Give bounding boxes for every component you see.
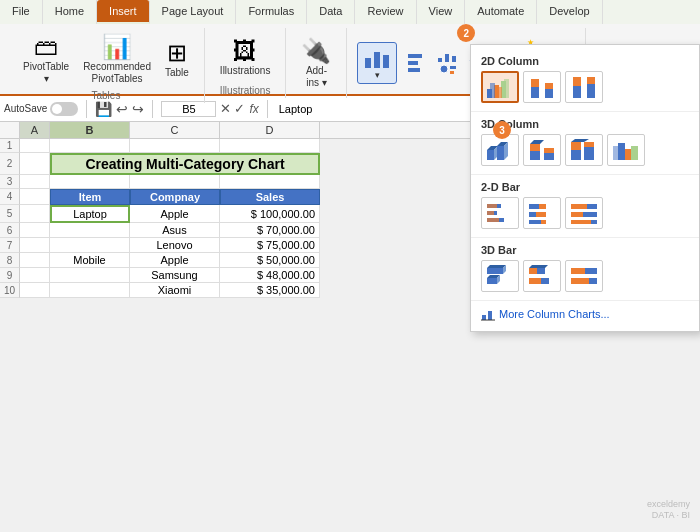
svg-rect-95 xyxy=(529,278,541,284)
sep-3 xyxy=(267,100,268,118)
cell-c8-company[interactable]: Apple xyxy=(130,253,220,268)
svg-rect-46 xyxy=(587,77,595,84)
cell-a5[interactable] xyxy=(20,205,50,223)
tab-review[interactable]: Review xyxy=(355,0,416,24)
svg-rect-70 xyxy=(487,211,494,215)
cell-c5-company[interactable]: Apple xyxy=(130,205,220,223)
3d-col-4-icon[interactable] xyxy=(607,134,645,166)
svg-rect-57 xyxy=(544,148,554,153)
cell-a7[interactable] xyxy=(20,238,50,253)
cell-c4-company[interactable]: Compnay xyxy=(130,189,220,205)
cell-b9-item[interactable] xyxy=(50,268,130,283)
cell-a8[interactable] xyxy=(20,253,50,268)
cell-c6-company[interactable]: Asus xyxy=(130,223,220,238)
svg-rect-5 xyxy=(408,68,420,72)
cell-b1[interactable] xyxy=(50,139,130,153)
3d-bar-title: 3D Bar xyxy=(471,240,699,258)
column-chart-button[interactable]: ▾ xyxy=(357,42,397,84)
tab-page-layout[interactable]: Page Layout xyxy=(150,0,237,24)
3d-col-2-icon[interactable] xyxy=(523,134,561,166)
col-a-header[interactable]: A xyxy=(20,122,50,138)
cell-b5-item[interactable]: Laptop xyxy=(50,205,130,223)
recommended-pivot-button[interactable]: 📊 RecommendedPivotTables xyxy=(78,30,156,88)
cell-d6-sales[interactable]: $ 70,000.00 xyxy=(220,223,320,238)
cell-a1[interactable] xyxy=(20,139,50,153)
illustrations-button[interactable]: 🖼 Illustrations xyxy=(215,34,276,80)
tab-develop[interactable]: Develop xyxy=(537,0,602,24)
line-chart-button[interactable] xyxy=(433,50,461,76)
bar-100-icon[interactable] xyxy=(565,197,603,229)
row-6-num: 6 xyxy=(0,223,20,238)
cell-d3[interactable] xyxy=(220,175,320,189)
cell-c1[interactable] xyxy=(130,139,220,153)
cell-a4[interactable] xyxy=(20,189,50,205)
cell-a9[interactable] xyxy=(20,268,50,283)
3d-bar-3-icon[interactable] xyxy=(565,260,603,292)
svg-rect-6 xyxy=(438,58,442,62)
tab-file[interactable]: File xyxy=(0,0,43,24)
addins-buttons: 🔌 Add-ins ▾ xyxy=(296,30,336,96)
cell-b10-item[interactable] xyxy=(50,283,130,298)
svg-rect-68 xyxy=(487,204,497,208)
bar-clustered-icon[interactable] xyxy=(481,197,519,229)
col-c-header[interactable]: C xyxy=(130,122,220,138)
row-2-num: 2 xyxy=(0,153,20,175)
col-b-header[interactable]: B xyxy=(50,122,130,138)
cancel-formula-icon[interactable]: ✕ xyxy=(220,101,231,116)
tab-home[interactable]: Home xyxy=(43,0,97,24)
cell-d10-sales[interactable]: $ 35,000.00 xyxy=(220,283,320,298)
confirm-formula-icon[interactable]: ✓ xyxy=(234,101,245,116)
cell-a10[interactable] xyxy=(20,283,50,298)
cell-b7-item[interactable] xyxy=(50,238,130,253)
tab-view[interactable]: View xyxy=(417,0,466,24)
3d-bar-1-icon[interactable] xyxy=(481,260,519,292)
cell-d9-sales[interactable]: $ 48,000.00 xyxy=(220,268,320,283)
row-num-spacer xyxy=(0,122,20,138)
row-8-num: 8 xyxy=(0,253,20,268)
row-4-num: 4 xyxy=(0,189,20,205)
cell-b6-item[interactable] xyxy=(50,223,130,238)
cell-a2[interactable] xyxy=(20,153,50,175)
col-100-icon[interactable] xyxy=(565,71,603,103)
watermark: exceldemyDATA · BI xyxy=(647,499,690,522)
cell-a3[interactable] xyxy=(20,175,50,189)
cell-c3[interactable] xyxy=(130,175,220,189)
col-stacked-icon[interactable] xyxy=(523,71,561,103)
cell-c10-company[interactable]: Xiaomi xyxy=(130,283,220,298)
svg-rect-72 xyxy=(487,218,499,222)
svg-point-9 xyxy=(440,65,448,73)
cell-b4-item[interactable]: Item xyxy=(50,189,130,205)
cell-a6[interactable] xyxy=(20,223,50,238)
bar-stacked-icon[interactable] xyxy=(523,197,561,229)
more-charts-button[interactable]: More Column Charts... xyxy=(471,303,699,325)
cell-d4-sales[interactable]: Sales xyxy=(220,189,320,205)
cell-d7-sales[interactable]: $ 75,000.00 xyxy=(220,238,320,253)
cell-c9-company[interactable]: Samsung xyxy=(130,268,220,283)
recommended-pivot-icon: 📊 xyxy=(102,33,132,61)
addins-button[interactable]: 🔌 Add-ins ▾ xyxy=(296,34,336,92)
3d-bar-2-icon[interactable] xyxy=(523,260,561,292)
autosave-toggle[interactable] xyxy=(50,102,78,116)
tab-automate[interactable]: Automate xyxy=(465,0,537,24)
cell-b3[interactable] xyxy=(50,175,130,189)
cell-c7-company[interactable]: Lenovo xyxy=(130,238,220,253)
col-d-header[interactable]: D xyxy=(220,122,320,138)
svg-rect-75 xyxy=(529,212,536,217)
cell-d1[interactable] xyxy=(220,139,320,153)
svg-rect-0 xyxy=(365,58,371,68)
cell-b2-title[interactable]: Creating Multi-Category Chart xyxy=(50,153,320,175)
tab-insert[interactable]: Insert xyxy=(97,0,150,24)
cell-d5-sales[interactable]: $ 100,000.00 xyxy=(220,205,320,223)
pivot-table-button[interactable]: 🗃 PivotTable▾ xyxy=(18,30,74,88)
cell-b8-item[interactable]: Mobile xyxy=(50,253,130,268)
tab-formulas[interactable]: Formulas xyxy=(236,0,307,24)
tab-data[interactable]: Data xyxy=(307,0,355,24)
col-clustered-icon[interactable] xyxy=(481,71,519,103)
3d-col-3-icon[interactable] xyxy=(565,134,603,166)
table-button[interactable]: ⊞ Table xyxy=(160,36,194,82)
svg-rect-73 xyxy=(529,204,539,209)
divider-2 xyxy=(471,174,699,175)
bar-chart-button[interactable] xyxy=(401,50,429,76)
ribbon: File Home Insert Page Layout Formulas Da… xyxy=(0,0,700,96)
cell-d8-sales[interactable]: $ 50,000.00 xyxy=(220,253,320,268)
